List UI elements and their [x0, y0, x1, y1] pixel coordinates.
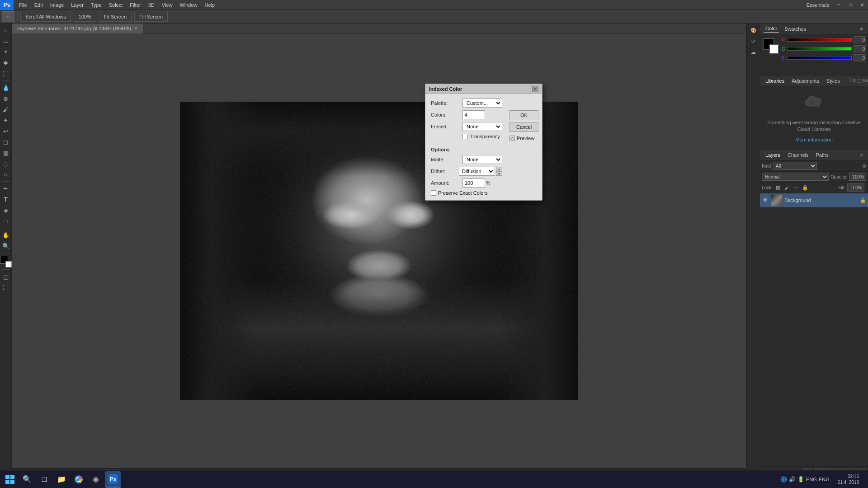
libraries-text-icon[interactable]: T: [849, 78, 852, 83]
r-input[interactable]: [854, 36, 866, 43]
photoshop-taskbar-button[interactable]: Ps: [105, 471, 121, 488]
menu-file[interactable]: File: [15, 1, 31, 9]
tab-close-button[interactable]: ✕: [134, 26, 137, 31]
dither-down-arrow[interactable]: ▼: [496, 171, 502, 176]
dialog-cancel-button[interactable]: Cancel: [509, 122, 538, 132]
r-slider[interactable]: [787, 38, 852, 42]
layers-panel-menu[interactable]: ≡: [859, 152, 864, 158]
matte-select[interactable]: None: [462, 155, 502, 164]
fit-screen-button[interactable]: Fit Screen: [99, 12, 132, 22]
dodge-tool[interactable]: ○: [1, 169, 11, 179]
pen-tool[interactable]: ✒: [1, 183, 11, 193]
type-tool[interactable]: T: [1, 194, 11, 204]
dialog-titlebar[interactable]: Indexed Color ✕: [425, 84, 542, 94]
tab-paths[interactable]: Paths: [814, 151, 830, 159]
menu-window[interactable]: Window: [176, 1, 201, 9]
blend-mode-select[interactable]: Normal: [762, 173, 829, 181]
amount-input[interactable]: [462, 178, 485, 188]
layer-filter-icon[interactable]: ⊛: [862, 163, 866, 169]
preserve-checkbox[interactable]: [431, 190, 436, 196]
lock-paint-btn[interactable]: 🖌: [783, 184, 791, 191]
libraries-panel-icon[interactable]: ☁: [749, 47, 759, 57]
dither-up-arrow[interactable]: ▲: [496, 167, 502, 171]
clock[interactable]: 22:16 21.4. 2018: [834, 474, 863, 485]
crop-tool[interactable]: ⛶: [1, 69, 11, 79]
b-slider[interactable]: [787, 56, 852, 60]
tool-preset-button[interactable]: ↔: [2, 11, 14, 22]
clone-stamp-tool[interactable]: ✦: [1, 115, 11, 125]
blur-tool[interactable]: ◌: [1, 159, 11, 169]
task-view-button[interactable]: ❑: [36, 471, 52, 488]
fill-input[interactable]: [847, 183, 864, 192]
tab-libraries[interactable]: Libraries: [764, 77, 786, 84]
shape-tool[interactable]: □: [1, 216, 11, 226]
menu-help[interactable]: Help: [201, 1, 219, 9]
misc-app-button[interactable]: ◉: [88, 471, 104, 488]
eyedropper-tool[interactable]: 💧: [1, 83, 11, 93]
kind-filter-select[interactable]: All: [773, 162, 817, 170]
menu-3d[interactable]: 3D: [145, 1, 158, 9]
document-tab[interactable]: skynews-elon-musk_4121744.jpg @ 146% (RG…: [12, 23, 143, 33]
brush-tool[interactable]: 🖌: [1, 104, 11, 114]
colors-input[interactable]: [462, 110, 485, 119]
preview-checkbox[interactable]: ✓: [509, 136, 515, 141]
color-panel-icon[interactable]: 🎨: [749, 25, 759, 35]
g-slider[interactable]: [787, 47, 852, 51]
menu-layer[interactable]: Layer: [67, 1, 87, 9]
network-icon[interactable]: 🌐: [780, 476, 787, 483]
menu-view[interactable]: View: [158, 1, 176, 9]
spot-heal-tool[interactable]: ⊕: [1, 94, 11, 103]
lock-all-btn[interactable]: 🔒: [802, 184, 809, 191]
g-input[interactable]: [854, 45, 866, 52]
tab-color[interactable]: Color: [764, 25, 779, 33]
foreground-background-colors[interactable]: [0, 256, 12, 267]
workspace-selector[interactable]: Essentials: [803, 1, 833, 9]
dialog-ok-button[interactable]: OK: [509, 110, 538, 120]
layer-visibility-toggle[interactable]: 👁: [762, 197, 769, 204]
path-selection-tool[interactable]: ◈: [1, 205, 11, 215]
fill-screen-button[interactable]: Fill Screen: [134, 12, 168, 22]
start-button[interactable]: [2, 471, 18, 488]
menu-select[interactable]: Select: [105, 1, 127, 9]
volume-icon[interactable]: 🔊: [789, 476, 796, 483]
lock-transparency-btn[interactable]: ▦: [774, 184, 782, 191]
close-button[interactable]: ✕: [856, 0, 868, 10]
libraries-list-icon[interactable]: ≡: [867, 78, 868, 83]
lasso-tool[interactable]: ⌖: [1, 47, 11, 57]
quick-mask-tool[interactable]: ◫: [1, 272, 11, 282]
libraries-img-icon[interactable]: ▢: [857, 78, 861, 83]
chrome-button[interactable]: [71, 471, 87, 488]
tab-channels[interactable]: Channels: [786, 151, 810, 159]
tab-styles[interactable]: Styles: [825, 77, 842, 84]
gradient-tool[interactable]: ▦: [1, 148, 11, 158]
search-button[interactable]: 🔍: [19, 471, 35, 488]
opacity-input[interactable]: [849, 173, 866, 181]
marquee-tool[interactable]: ▭: [1, 36, 11, 46]
forced-select[interactable]: None: [462, 122, 502, 131]
tab-layers[interactable]: Layers: [764, 151, 782, 159]
dither-select[interactable]: Diffusion: [459, 167, 495, 176]
color-panel-menu[interactable]: ≡: [859, 26, 864, 32]
menu-filter[interactable]: Filter: [126, 1, 144, 9]
eraser-tool[interactable]: ◻: [1, 137, 11, 147]
maximize-button[interactable]: □: [844, 0, 856, 10]
tab-adjustments[interactable]: Adjustments: [790, 77, 821, 84]
tab-swatches[interactable]: Swatches: [783, 25, 808, 33]
palette-select[interactable]: Custom...: [462, 99, 502, 108]
screen-mode[interactable]: ⛶: [1, 282, 11, 292]
history-panel-icon[interactable]: ⟳: [749, 36, 759, 46]
language-indicator[interactable]: ENG: [806, 477, 817, 482]
lock-move-btn[interactable]: ↔: [793, 184, 800, 191]
canvas-viewport[interactable]: [12, 33, 746, 468]
background-swatch[interactable]: [769, 44, 779, 54]
battery-icon[interactable]: 🔋: [797, 476, 804, 483]
minimize-button[interactable]: ─: [833, 0, 844, 10]
background-color[interactable]: [5, 261, 12, 267]
history-brush-tool[interactable]: ↩: [1, 126, 11, 136]
libraries-more-info-link[interactable]: More information: [795, 137, 833, 142]
quick-select-tool[interactable]: ✱: [1, 58, 11, 68]
menu-edit[interactable]: Edit: [31, 1, 47, 9]
b-input[interactable]: [854, 54, 866, 61]
menu-image[interactable]: Image: [47, 1, 68, 9]
libraries-fx-icon[interactable]: fx: [853, 78, 856, 83]
